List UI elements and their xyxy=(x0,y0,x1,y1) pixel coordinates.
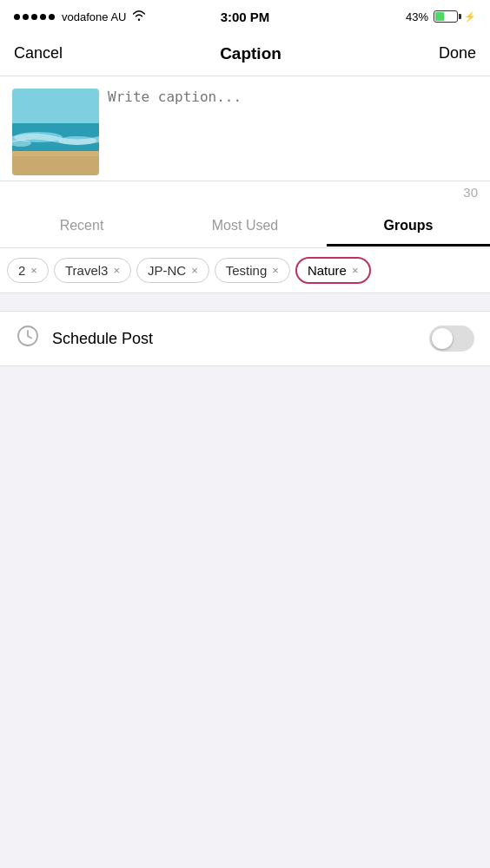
tags-row: 2×Travel3×JP-NC×Testing×Nature× xyxy=(7,257,381,284)
schedule-toggle[interactable] xyxy=(429,326,474,352)
tab-groups[interactable]: Groups xyxy=(327,207,490,247)
schedule-label: Schedule Post xyxy=(52,330,429,348)
svg-rect-6 xyxy=(12,151,99,156)
caption-input-wrap xyxy=(99,89,478,167)
battery-fill xyxy=(435,12,444,21)
tag-chip-tag5[interactable]: Nature× xyxy=(295,257,371,284)
status-bar: vodafone AU 3:00 PM 43% ⚡ xyxy=(0,0,490,31)
dot2 xyxy=(23,14,29,20)
tag-remove-tag2[interactable]: × xyxy=(113,264,120,277)
tag-label-tag4: Testing xyxy=(226,263,268,278)
schedule-row: Schedule Post xyxy=(0,311,490,366)
tag-label-tag3: JP-NC xyxy=(148,263,186,278)
char-count: 30 xyxy=(0,181,490,207)
battery-icon xyxy=(434,10,458,23)
status-left: vodafone AU xyxy=(14,10,146,23)
tag-remove-tag4[interactable]: × xyxy=(272,264,279,277)
dot4 xyxy=(40,14,46,20)
tag-chip-tag1[interactable]: 2× xyxy=(7,258,49,283)
tab-bar: Recent Most Used Groups xyxy=(0,207,490,248)
tag-label-tag1: 2 xyxy=(18,263,25,278)
caption-image xyxy=(12,89,99,175)
tags-row-wrap: 2×Travel3×JP-NC×Testing×Nature× xyxy=(0,248,490,293)
tag-chip-tag3[interactable]: JP-NC× xyxy=(136,258,209,283)
carrier-label: vodafone AU xyxy=(62,10,126,23)
signal-dots xyxy=(14,14,55,20)
dot1 xyxy=(14,14,20,20)
tag-label-tag2: Travel3 xyxy=(65,263,108,278)
tab-most-used[interactable]: Most Used xyxy=(163,207,327,247)
dot5 xyxy=(49,14,55,20)
status-right: 43% ⚡ xyxy=(406,10,476,23)
tag-remove-tag5[interactable]: × xyxy=(352,264,359,277)
caption-area xyxy=(0,76,490,181)
bottom-area xyxy=(0,366,490,713)
page-title: Caption xyxy=(220,44,281,63)
status-time: 3:00 PM xyxy=(221,10,270,24)
toggle-knob xyxy=(432,328,453,349)
clock-icon xyxy=(16,324,40,353)
tab-recent[interactable]: Recent xyxy=(0,207,163,247)
tag-remove-tag1[interactable]: × xyxy=(30,264,37,277)
caption-input[interactable] xyxy=(108,89,469,167)
tag-chip-tag4[interactable]: Testing× xyxy=(215,258,290,283)
charging-icon: ⚡ xyxy=(464,11,476,23)
wifi-icon xyxy=(132,10,146,23)
tag-chip-tag2[interactable]: Travel3× xyxy=(54,258,131,283)
cancel-button[interactable]: Cancel xyxy=(14,44,63,62)
tag-remove-tag3[interactable]: × xyxy=(191,264,198,277)
battery-percent: 43% xyxy=(406,10,428,23)
nav-bar: Cancel Caption Done xyxy=(0,31,490,76)
done-button[interactable]: Done xyxy=(439,44,476,62)
dot3 xyxy=(31,14,37,20)
tag-label-tag5: Nature xyxy=(308,263,347,278)
